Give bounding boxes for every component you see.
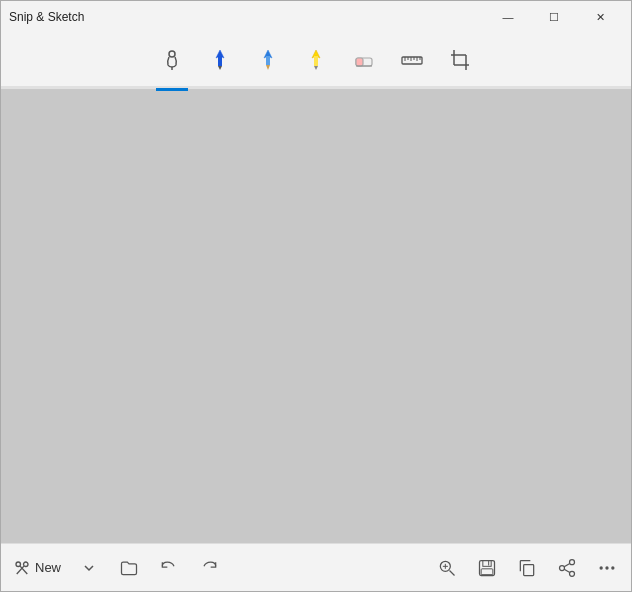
share-button[interactable] xyxy=(547,548,587,588)
svg-point-38 xyxy=(570,559,575,564)
new-dropdown-button[interactable] xyxy=(69,548,109,588)
svg-marker-4 xyxy=(218,66,222,70)
svg-rect-34 xyxy=(483,560,491,566)
redo-button[interactable] xyxy=(189,548,229,588)
pencil-tool[interactable] xyxy=(248,40,288,80)
highlighter-tool[interactable] xyxy=(296,40,336,80)
close-button[interactable]: ✕ xyxy=(577,1,623,33)
copy-button[interactable] xyxy=(507,548,547,588)
new-button[interactable]: New xyxy=(5,548,69,588)
svg-rect-37 xyxy=(524,564,534,575)
crop-tool[interactable] xyxy=(440,40,480,80)
svg-line-42 xyxy=(564,569,570,572)
copy-icon xyxy=(517,558,537,578)
svg-line-30 xyxy=(450,570,455,575)
undo-button[interactable] xyxy=(149,548,189,588)
svg-point-43 xyxy=(600,566,603,569)
scissors-icon xyxy=(13,559,31,577)
share-icon xyxy=(557,558,577,578)
maximize-button[interactable]: ☐ xyxy=(531,1,577,33)
svg-point-0 xyxy=(169,51,175,57)
svg-rect-6 xyxy=(266,56,270,65)
svg-point-26 xyxy=(24,562,29,567)
zoom-icon xyxy=(437,558,457,578)
bottom-left-controls: New xyxy=(5,548,229,588)
zoom-button[interactable] xyxy=(427,548,467,588)
svg-point-40 xyxy=(570,571,575,576)
svg-rect-35 xyxy=(481,568,493,574)
minimize-button[interactable]: — xyxy=(485,1,531,33)
svg-rect-9 xyxy=(314,56,318,66)
save-icon xyxy=(477,558,497,578)
app-title: Snip & Sketch xyxy=(9,10,84,24)
touch-writing-tool[interactable] xyxy=(152,40,192,80)
svg-rect-12 xyxy=(356,58,363,66)
new-label: New xyxy=(35,560,61,575)
svg-point-25 xyxy=(16,562,21,567)
more-icon xyxy=(597,558,617,578)
ballpoint-pen-tool[interactable] xyxy=(200,40,240,80)
chevron-down-icon xyxy=(83,562,95,574)
ruler-tool[interactable] xyxy=(392,40,432,80)
bottom-bar: New xyxy=(1,543,631,591)
save-button[interactable] xyxy=(467,548,507,588)
svg-rect-33 xyxy=(480,560,495,575)
eraser-tool[interactable] xyxy=(344,40,384,80)
open-button[interactable] xyxy=(109,548,149,588)
more-button[interactable] xyxy=(587,548,627,588)
canvas-area[interactable] xyxy=(1,89,631,545)
svg-point-39 xyxy=(560,565,565,570)
svg-marker-7 xyxy=(266,65,270,70)
svg-point-44 xyxy=(605,566,608,569)
svg-marker-10 xyxy=(314,66,318,70)
folder-icon xyxy=(119,558,139,578)
toolbar xyxy=(1,33,631,89)
svg-rect-3 xyxy=(218,56,222,66)
window-controls: — ☐ ✕ xyxy=(485,1,623,33)
redo-icon xyxy=(199,558,219,578)
undo-icon xyxy=(159,558,179,578)
svg-line-41 xyxy=(564,563,570,566)
svg-point-45 xyxy=(611,566,614,569)
bottom-right-controls xyxy=(427,548,627,588)
title-bar: Snip & Sketch — ☐ ✕ xyxy=(1,1,631,33)
